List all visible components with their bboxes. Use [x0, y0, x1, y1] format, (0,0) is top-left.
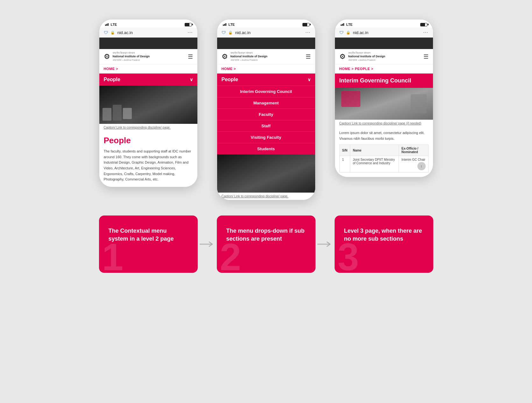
- logo-sub-2: अंध्र प्रदेश • Andhra Pradesh: [231, 59, 268, 61]
- table-row: 1 Joint Secretary DPIIT Ministry of Comm…: [339, 156, 428, 173]
- chevron-icon-1: ∨: [190, 77, 193, 82]
- logo-text-3: राष्ट्रीय डिज़ाइन संस्थान National Insti…: [348, 52, 386, 61]
- signal-1: LTE: [105, 23, 117, 26]
- address-bar-3: 🛡 🔒 nid.ac.in ···: [335, 28, 433, 38]
- hero-image-1: [99, 86, 197, 124]
- lock-icon-3: 🔒: [346, 31, 351, 35]
- lock-icon-1: 🔒: [110, 31, 115, 35]
- status-bar-1: LTE: [99, 19, 197, 28]
- signal-3: LTE: [341, 23, 353, 26]
- content-heading-1: People: [104, 136, 193, 145]
- lorem-3: Lorem ipsum dolor sit amet, consectetur …: [335, 127, 433, 145]
- dots-3: ···: [423, 30, 428, 35]
- hamburger-1[interactable]: ☰: [188, 53, 193, 60]
- table-header-sn: S/N: [339, 145, 350, 156]
- arrow-1: [198, 240, 217, 248]
- signal-bars-2: [223, 23, 226, 26]
- logo-icon-1: ⚙: [104, 53, 110, 61]
- address-bar-1: 🛡 🔒 nid.ac.in ···: [99, 28, 197, 38]
- signal-bars-1: [105, 23, 109, 26]
- arrow-2: [316, 240, 335, 248]
- page-title-3: Interim Governing Council: [335, 74, 433, 88]
- ctx-menu-label-1: People: [104, 77, 120, 82]
- nav-dark-2: [217, 38, 315, 49]
- step-card-1: 1 The Contextual menu system in a level …: [99, 216, 198, 273]
- lock-icon-2: 🔒: [228, 31, 233, 35]
- logo-text-2: राष्ट्रीय डिज़ाइन संस्थान National Insti…: [231, 52, 268, 61]
- menu-item-students[interactable]: Students: [217, 143, 315, 154]
- table-header-name: Name: [350, 145, 399, 156]
- ctx-menu-header-2[interactable]: People ∨: [217, 74, 315, 86]
- menu-item-faculty[interactable]: Faculty: [217, 109, 315, 120]
- caption-3: Caption/ Link to corresponding disciplin…: [335, 120, 433, 127]
- logo-bar-1: ⚙ राष्ट्रीय डिज़ाइन संस्थान National Ins…: [99, 49, 197, 64]
- logo-icon-3: ⚙: [339, 53, 346, 61]
- nav-dark-3: [335, 38, 433, 49]
- caption-2: Caption/ Link to corresponding disciplin…: [217, 193, 315, 200]
- logo-name-1: राष्ट्रीय डिज़ाइन संस्थान: [113, 52, 150, 55]
- menu-item-igc[interactable]: Interim Governing Council: [217, 86, 315, 97]
- dots-2: ···: [305, 30, 310, 35]
- step-text-3: Level 3 page, when there are no more sub…: [344, 227, 424, 243]
- caption-1: Caption/ Link to corresponding disciplin…: [99, 124, 197, 131]
- logo-sub-3: अंध्र प्रदेश • Andhra Pradesh: [348, 59, 386, 61]
- logo-bar-2: ⚙ राष्ट्रीय डिज़ाइन संस्थान National Ins…: [217, 49, 315, 64]
- steps-row: 1 The Contextual menu system in a level …: [91, 216, 441, 273]
- menu-item-visiting-faculty[interactable]: Visiting Faculty: [217, 131, 315, 143]
- phones-row: LTE 🛡 🔒 nid.ac.in ··· ⚙ राष्ट्रीय डिज़ाइ…: [99, 19, 433, 200]
- step-text-2: The menu drops-down if sub sections are …: [226, 227, 306, 243]
- page-wrapper: LTE 🛡 🔒 nid.ac.in ··· ⚙ राष्ट्रीय डिज़ाइ…: [0, 0, 532, 403]
- lte-label-3: LTE: [346, 23, 353, 26]
- logo-name-2: राष्ट्रीय डिज़ाइन संस्थान: [231, 52, 268, 55]
- hero-image-2: [217, 154, 315, 193]
- phone-2: LTE 🛡 🔒 nid.ac.in ··· ⚙ राष्ट्रीय डिज़ाइ…: [217, 19, 316, 200]
- phone-3: LTE 🛡 🔒 nid.ac.in ··· ⚙ राष्ट्रीय डिज़ाइ…: [335, 19, 433, 177]
- shield-icon-1: 🛡: [104, 30, 108, 35]
- url-3: nid.ac.in: [353, 30, 421, 35]
- scroll-top-button[interactable]: ↑: [417, 162, 426, 170]
- chevron-icon-2: ∨: [308, 77, 311, 82]
- table-cell-sn: 1: [339, 156, 350, 173]
- url-1: nid.ac.in: [117, 30, 185, 35]
- table-header-exofficio: Ex-Officio / Nominated: [399, 145, 428, 156]
- breadcrumb-2: HOME >: [217, 64, 315, 74]
- logo-main-1: National Institute of Design: [113, 55, 150, 59]
- logo-main-3: National Institute of Design: [348, 55, 386, 59]
- phone-1: LTE 🛡 🔒 nid.ac.in ··· ⚙ राष्ट्रीय डिज़ाइ…: [99, 19, 198, 187]
- breadcrumb-3: HOME > PEOPLE >: [335, 64, 433, 74]
- step-text-1: The Contextual menu system in a level 2 …: [109, 227, 188, 243]
- status-bar-3: LTE: [335, 19, 433, 28]
- content-1: People The faculty, students and support…: [99, 131, 197, 187]
- ctx-menu-header-1[interactable]: People ∨: [99, 74, 197, 86]
- hamburger-3[interactable]: ☰: [423, 53, 429, 60]
- table-cell-role: Interim GC Chair ↑: [399, 156, 428, 173]
- signal-bars-3: [341, 23, 344, 26]
- arrow-icon-2: [317, 240, 333, 248]
- menu-item-staff[interactable]: Staff: [217, 120, 315, 131]
- logo-sub-1: अंध्र प्रदेश • Andhra Pradesh: [113, 59, 150, 61]
- battery-1: [185, 23, 192, 26]
- logo-icon-2: ⚙: [222, 53, 228, 61]
- status-bar-2: LTE: [217, 19, 315, 28]
- dots-1: ···: [188, 30, 193, 35]
- shield-icon-3: 🛡: [339, 30, 344, 35]
- address-bar-2: 🛡 🔒 nid.ac.in ···: [217, 28, 315, 38]
- arrow-icon-1: [200, 240, 215, 248]
- logo-main-2: National Institute of Design: [231, 55, 268, 59]
- step-number-3: 3: [338, 238, 359, 273]
- step-number-2: 2: [220, 238, 241, 273]
- battery-2: [302, 23, 309, 26]
- step-card-3: 3 Level 3 page, when there are no more s…: [335, 216, 433, 273]
- breadcrumb-1: HOME >: [99, 64, 197, 74]
- hero-image-3: [335, 88, 433, 120]
- logo-text-1: राष्ट्रीय डिज़ाइन संस्थान National Insti…: [113, 52, 150, 61]
- hamburger-2[interactable]: ☰: [306, 53, 311, 60]
- menu-item-management[interactable]: Management: [217, 97, 315, 109]
- nav-dark-1: [99, 38, 197, 49]
- step-card-2: 2 The menu drops-down if sub sections ar…: [217, 216, 316, 273]
- lte-label-2: LTE: [229, 23, 235, 26]
- content-body-1: The faculty, students and supporting sta…: [104, 149, 193, 182]
- signal-2: LTE: [223, 23, 235, 26]
- logo-name-3: राष्ट्रीय डिज़ाइन संस्थान: [348, 52, 386, 55]
- logo-bar-3: ⚙ राष्ट्रीय डिज़ाइन संस्थान National Ins…: [335, 49, 433, 64]
